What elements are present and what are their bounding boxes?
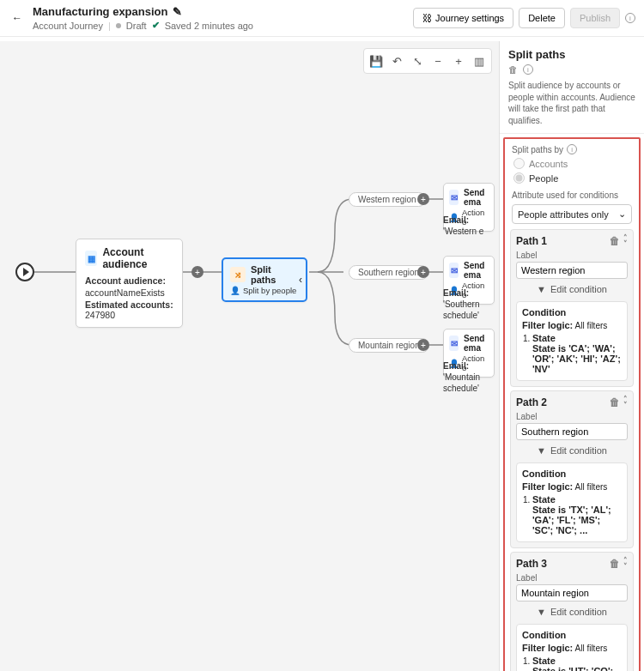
path-card: Path 1🗑˄˅Label▼Edit conditionConditionFi… bbox=[510, 229, 634, 387]
condition-block: ConditionFilter logic: All filtersStateS… bbox=[516, 462, 628, 542]
link-icon: ⛓ bbox=[422, 13, 432, 23]
saved-check-icon: ✔ bbox=[152, 20, 160, 31]
edit-icon[interactable]: ✎ bbox=[173, 5, 182, 18]
trash-icon[interactable]: 🗑 bbox=[610, 558, 620, 570]
path-card: Path 3🗑˄˅Label▼Edit conditionConditionFi… bbox=[510, 552, 634, 671]
split-icon: ⤨ bbox=[230, 267, 246, 282]
condition-block: ConditionFilter logic: All filtersStateS… bbox=[516, 624, 628, 671]
highlighted-config: Split paths byi Accounts People Attribut… bbox=[503, 137, 641, 671]
edit-condition-button[interactable]: ▼Edit condition bbox=[516, 279, 628, 299]
path-card: Path 2🗑˄˅Label▼Edit conditionConditionFi… bbox=[510, 390, 634, 548]
properties-panel: Split paths 🗑 i Split audience by accoun… bbox=[500, 41, 644, 671]
trash-icon[interactable]: 🗑 bbox=[508, 64, 518, 75]
journey-title: Manufacturing expansion bbox=[33, 5, 167, 18]
move-down-icon[interactable]: ˅ bbox=[623, 564, 628, 570]
mail-icon: ✉ bbox=[449, 190, 459, 205]
filter-icon: ▼ bbox=[537, 445, 546, 456]
app-header: ← Manufacturing expansion ✎ Account Jour… bbox=[0, 0, 644, 37]
attribute-select[interactable]: People attributes only⌄ bbox=[512, 204, 632, 224]
radio-accounts[interactable]: Accounts bbox=[508, 156, 635, 171]
audience-node[interactable]: ▦Account audience Account audience: acco… bbox=[76, 239, 183, 328]
split-node[interactable]: ⤨Split paths 👤Split by people ‹ bbox=[222, 257, 307, 302]
add-step-icon[interactable]: + bbox=[191, 266, 204, 278]
add-step-icon[interactable]: + bbox=[417, 266, 429, 278]
add-step-icon[interactable]: + bbox=[417, 339, 429, 351]
move-down-icon[interactable]: ˅ bbox=[623, 241, 628, 247]
path-name: Path 1 bbox=[516, 235, 547, 247]
radio-people[interactable]: People bbox=[508, 171, 635, 185]
saved-text: Saved 2 minutes ago bbox=[165, 21, 253, 31]
panel-description: Split audience by accounts or people wit… bbox=[500, 80, 644, 134]
condition-block: ConditionFilter logic: All filtersStateS… bbox=[516, 301, 628, 381]
flow-lines bbox=[0, 41, 499, 671]
mail-icon: ✉ bbox=[449, 263, 459, 278]
start-node[interactable] bbox=[15, 263, 34, 281]
path-label-input[interactable] bbox=[516, 262, 628, 279]
info-icon[interactable]: i bbox=[523, 64, 533, 75]
status-dot-icon bbox=[116, 23, 121, 28]
panel-title: Split paths bbox=[500, 41, 644, 64]
info-icon[interactable]: i bbox=[567, 144, 577, 154]
path-chip-western[interactable]: Western region bbox=[349, 192, 426, 207]
mail-icon: ✉ bbox=[449, 336, 459, 351]
audience-icon: ▦ bbox=[85, 251, 97, 266]
journey-settings-button[interactable]: ⛓Journey settings bbox=[413, 8, 513, 28]
add-step-icon[interactable]: + bbox=[417, 193, 429, 205]
title-block: Manufacturing expansion ✎ Account Journe… bbox=[33, 5, 406, 31]
edit-condition-button[interactable]: ▼Edit condition bbox=[516, 601, 628, 622]
publish-button[interactable]: Publish bbox=[570, 8, 620, 28]
move-down-icon[interactable]: ˅ bbox=[623, 402, 628, 408]
path-name: Path 3 bbox=[516, 558, 547, 570]
status-text: Draft bbox=[126, 21, 147, 31]
filter-icon: ▼ bbox=[537, 607, 546, 617]
person-icon: 👤 bbox=[230, 286, 240, 295]
chevron-down-icon: ⌄ bbox=[618, 209, 626, 220]
journey-canvas[interactable]: 💾 ↶ ⤡ − + ▥ ▦Account audience Account au… bbox=[0, 41, 500, 671]
trash-icon[interactable]: 🗑 bbox=[610, 396, 620, 408]
journey-type: Account Journey bbox=[33, 21, 103, 31]
info-icon[interactable]: i bbox=[625, 13, 635, 23]
path-label-input[interactable] bbox=[516, 584, 628, 601]
edit-condition-button[interactable]: ▼Edit condition bbox=[516, 440, 628, 461]
trash-icon[interactable]: 🗑 bbox=[610, 235, 620, 247]
back-arrow-icon[interactable]: ← bbox=[9, 9, 26, 27]
path-name: Path 2 bbox=[516, 396, 547, 408]
chevron-left-icon: ‹ bbox=[299, 274, 302, 286]
path-label-input[interactable] bbox=[516, 423, 628, 440]
filter-icon: ▼ bbox=[537, 284, 546, 294]
delete-button[interactable]: Delete bbox=[519, 8, 565, 28]
